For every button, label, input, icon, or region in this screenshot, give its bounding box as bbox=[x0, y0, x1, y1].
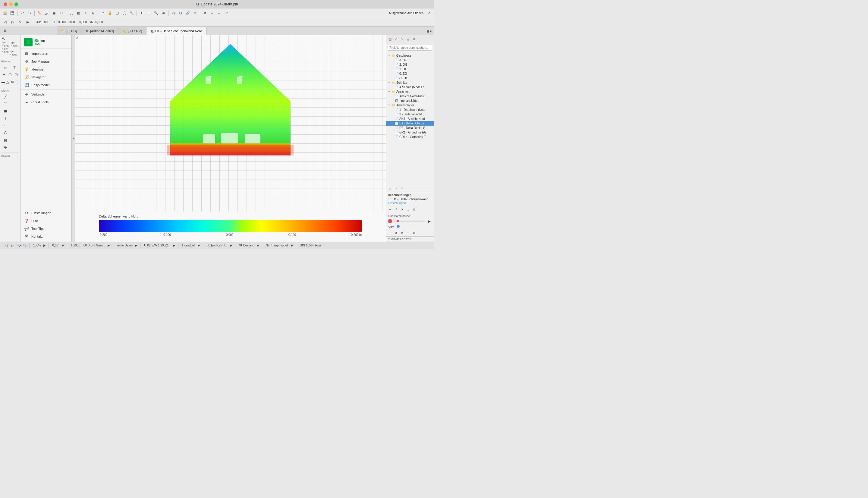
arrow-left-btn[interactable]: ◁ bbox=[2, 19, 9, 26]
minimize-button[interactable] bbox=[9, 2, 13, 6]
hex-button[interactable]: ⬡ bbox=[177, 10, 184, 16]
angle-expand-btn[interactable]: ▶ bbox=[60, 243, 66, 248]
bimm-item-importieren[interactable]: ⊞ Importieren bbox=[21, 50, 72, 57]
status-back-btn[interactable]: ◁ bbox=[4, 243, 9, 248]
close-view-button[interactable]: ✕ bbox=[76, 36, 78, 39]
tool-column[interactable]: + bbox=[1, 71, 7, 78]
bimm-item-navigator[interactable]: 🧭 Navigator bbox=[21, 73, 72, 81]
tree-item-innen[interactable]: 🖼 Innenansichten bbox=[386, 99, 434, 103]
snap-button[interactable]: ⊕ bbox=[100, 10, 106, 16]
rb-settings-btn[interactable]: ⚙ bbox=[411, 230, 417, 236]
tree-item-2og[interactable]: 📄 2. OG bbox=[386, 62, 434, 67]
rt-up-btn[interactable]: △ bbox=[405, 37, 411, 42]
tree-item-ansicht-nord[interactable]: 📄 Ansicht Nord Ansic bbox=[386, 94, 434, 99]
status-forward-btn[interactable]: ▷ bbox=[10, 243, 15, 248]
tool-window[interactable]: ⊡ bbox=[14, 71, 19, 78]
bimm-item-idealisier[interactable]: 💡 Idealisier bbox=[21, 65, 72, 73]
bimm-item-verbinden[interactable]: ⊕ Verbinden bbox=[21, 90, 72, 98]
trans-track[interactable] bbox=[393, 221, 426, 222]
right-arrow-btn[interactable]: ▶ bbox=[24, 19, 31, 26]
rt-home-btn[interactable]: 🏠 bbox=[387, 37, 393, 42]
search-button[interactable]: 🔍 bbox=[153, 10, 159, 16]
tree-item-gr1[interactable]: 📄 GR1 - Grundriss EG bbox=[386, 130, 434, 135]
tree-item-ansichten[interactable]: ▼ 📁 Ansichten bbox=[386, 90, 434, 94]
square-button[interactable]: ▢ bbox=[114, 10, 120, 16]
tab-aktions[interactable]: 🏛 [Aktions-Center] bbox=[81, 27, 118, 35]
grid-button[interactable]: ⛶ bbox=[68, 10, 75, 16]
tool-text[interactable]: T bbox=[1, 115, 10, 122]
view-options-btn[interactable]: ⊞▼ bbox=[426, 28, 433, 35]
tab-0eg[interactable]: 📁 [0. EG] bbox=[57, 27, 81, 35]
add-button[interactable]: ⊕ bbox=[160, 10, 167, 16]
tool-line[interactable]: ╱ bbox=[1, 93, 10, 100]
save-button[interactable]: 💾 bbox=[9, 10, 16, 16]
model-expand-btn[interactable]: ▶ bbox=[289, 243, 295, 248]
tree-item-arbeitsblatter[interactable]: ▼ 📁 Arbeitsblätter bbox=[386, 103, 434, 107]
back-button[interactable]: ◁ bbox=[170, 10, 177, 16]
bimm-item-kontakt[interactable]: ✉ Kontakt bbox=[21, 233, 72, 240]
bimm-item-tooltips[interactable]: 💬 Tool Tips bbox=[21, 225, 72, 233]
rt-prev-btn[interactable]: ◁ bbox=[393, 37, 399, 42]
hash-button[interactable]: # bbox=[82, 10, 89, 16]
text-button[interactable]: A bbox=[90, 10, 96, 16]
rt-more-btn[interactable]: ≡ bbox=[411, 37, 417, 42]
tool-hatch[interactable]: ▦ bbox=[1, 137, 10, 143]
layers-expand-btn[interactable]: ▶ bbox=[229, 243, 234, 248]
data-expand-btn[interactable]: ▶ bbox=[133, 243, 139, 248]
undo-button[interactable]: ↩ bbox=[19, 10, 26, 16]
tree-item-schnitte[interactable]: ▼ 📁 Schnitte bbox=[386, 80, 434, 85]
rt-info-btn[interactable]: ℹ bbox=[405, 207, 411, 212]
rt-close-icon[interactable]: ✕ bbox=[399, 186, 405, 191]
view-expand-btn[interactable]: ▶ bbox=[171, 243, 177, 248]
arrow-right-btn[interactable]: ▷ bbox=[9, 19, 16, 26]
tool-stair[interactable]: ⊕ bbox=[11, 79, 14, 85]
settings-link[interactable]: Einstellungen... bbox=[388, 201, 432, 205]
status-zoom-in-btn[interactable]: 🔍+ bbox=[16, 243, 22, 248]
reset-button[interactable]: ⟳ bbox=[426, 10, 432, 16]
rotate-button[interactable]: ↺ bbox=[202, 10, 208, 16]
cursor-btn[interactable]: ↖ bbox=[17, 19, 24, 26]
rb-rotate-btn[interactable]: ↺ bbox=[393, 230, 399, 236]
rt-refresh-icon[interactable]: ⊙ bbox=[387, 186, 393, 191]
tree-item-1og[interactable]: 📄 1. OG bbox=[386, 67, 434, 71]
tool-object[interactable]: ⊕ bbox=[1, 144, 10, 150]
rb-add-btn[interactable]: + bbox=[387, 230, 393, 236]
pencil-button[interactable]: ✒ bbox=[192, 10, 198, 16]
circle-button[interactable]: ◯ bbox=[121, 10, 128, 16]
tool-beam[interactable]: ⊤ bbox=[10, 64, 19, 71]
rb-info-btn[interactable]: ℹ bbox=[405, 230, 411, 236]
trans-thumb[interactable] bbox=[397, 220, 399, 222]
tree-item-d1[interactable]: 📄 D1 - Delta Scheun bbox=[386, 121, 434, 126]
maximize-button[interactable] bbox=[14, 2, 18, 6]
tree-item-ug[interactable]: 📄 -1. UG bbox=[386, 76, 434, 80]
rb-sync-btn[interactable]: ⟳ bbox=[399, 230, 405, 236]
lock-button[interactable]: 🔒 bbox=[107, 10, 113, 16]
rect-button[interactable]: ▦ bbox=[75, 10, 82, 16]
tool-dim[interactable]: ↔ bbox=[1, 122, 10, 129]
tool-door[interactable]: ⬡ bbox=[7, 71, 13, 78]
status-zoom-out-btn[interactable]: 🔍- bbox=[23, 243, 28, 248]
tree-item-3dg[interactable]: 📄 3. DG bbox=[386, 58, 434, 62]
rt-delete-icon[interactable]: ✕ bbox=[393, 186, 399, 191]
tree-item-gr1b[interactable]: 📄 GR1b - Grundriss E bbox=[386, 135, 434, 139]
trans-slider[interactable]: ▶ bbox=[388, 219, 432, 224]
tree-item-drauf[interactable]: 📄 1 - Draufsicht (Una bbox=[386, 107, 434, 112]
sidebar-collapse-handle[interactable]: ◀ bbox=[72, 35, 75, 241]
wrench-button[interactable]: 🔧 bbox=[128, 10, 135, 16]
home-button[interactable]: 🏠 bbox=[2, 10, 9, 16]
bestand-expand-btn[interactable]: ▶ bbox=[255, 243, 261, 248]
tab-view-toggle[interactable]: ⊞ bbox=[2, 27, 9, 34]
star-button[interactable]: ★ bbox=[138, 10, 145, 16]
tree-item-aschnitt[interactable]: 📄 A Schnitt (Modell a bbox=[386, 85, 434, 90]
close-button[interactable] bbox=[4, 2, 7, 6]
bimm-item-hilfe[interactable]: ❓ Hilfe bbox=[21, 217, 72, 225]
rt-add-btn[interactable]: + bbox=[387, 207, 393, 212]
bimm-item-cloudtools[interactable]: ☁ Cloud Tools bbox=[21, 98, 72, 106]
bimm-item-jobmanager[interactable]: ⚙ Job Manager bbox=[21, 57, 72, 65]
link-button[interactable]: 🔗 bbox=[184, 10, 191, 16]
rt-rotate-btn[interactable]: ↺ bbox=[393, 207, 399, 212]
tree-item-d2[interactable]: 📄 D2 - Delta Decke S bbox=[386, 126, 434, 130]
tool-fill[interactable]: ⬡ bbox=[1, 130, 10, 136]
tool-roof[interactable]: △ bbox=[6, 79, 10, 85]
refresh-button[interactable]: ⟳ bbox=[223, 10, 230, 16]
